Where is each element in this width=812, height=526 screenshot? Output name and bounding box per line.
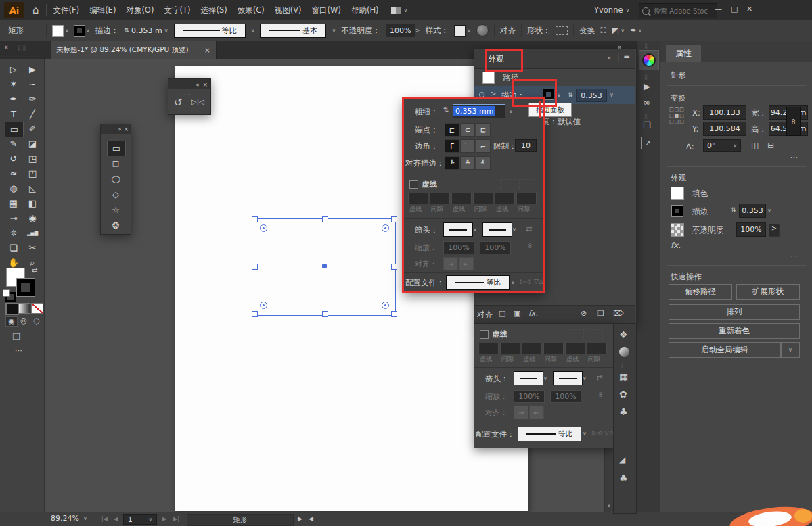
type-tool[interactable]: T [5,107,22,121]
document-tab[interactable]: 未标题-1* @ 89.24% (CMYK/GPU 预览) × [51,41,217,59]
variable-width-profile[interactable]: 等比 [174,24,246,38]
chevron-down-icon[interactable]: ∨ [767,208,771,214]
chevron-down-icon[interactable]: ∨ [557,92,561,98]
swap-arrowheads-icon[interactable]: ⇄ [526,224,532,233]
swap-arrowheads-icon[interactable]: ⇄ [596,373,602,382]
expand-icon[interactable]: » [118,126,121,133]
chevron-down-icon[interactable]: ∨ [583,431,587,437]
symbols-icon[interactable]: ♣ [619,406,628,417]
eraser-tool[interactable]: ◪ [24,137,41,151]
curvature-tool[interactable]: ✑ [24,92,41,106]
center-point[interactable] [322,264,327,268]
flare-tool-item[interactable]: ❂ [107,218,125,233]
style-control[interactable]: ∨ [454,25,471,37]
shape-label[interactable]: 形状： [527,26,551,36]
menu-view[interactable]: 视图(V) [275,5,302,16]
artboard-tool[interactable]: ❏ [5,241,22,255]
mini-panel-header[interactable]: « × [168,79,210,89]
graphic-styles-icon[interactable]: ◢ [619,455,625,464]
handle-n[interactable] [322,216,328,222]
stroke-width-input[interactable]: 0.353 [739,204,766,218]
expand-row-icon[interactable]: > [491,90,496,97]
paintbrush-tool[interactable]: ✐ [24,122,41,136]
width-tool[interactable]: ≈ [5,166,22,181]
status-expand-icon[interactable]: ▶ [298,515,302,522]
default-swatches-icon[interactable] [3,289,10,297]
star-tool-item[interactable]: ☆ [107,203,125,217]
menu-window[interactable]: 窗口(W) [312,5,341,16]
close-icon[interactable]: × [202,81,208,88]
rounded-rectangle-tool-item[interactable]: ◻ [107,156,125,170]
dashed-checkbox[interactable] [480,330,489,339]
fill-color-control[interactable]: ∨ [52,25,69,37]
new-effect-icon[interactable]: fx. [528,309,538,318]
cap-projecting-button[interactable]: ⊑ [476,123,491,137]
blend-tool[interactable]: ◉ [24,211,41,225]
prev-artboard-icon[interactable]: ◀ [114,516,118,522]
status-collapse-icon[interactable]: ◀ [309,515,313,522]
reflect-icon[interactable]: ▷|◁ [191,98,204,105]
swap-fill-stroke-icon[interactable]: ⇄ [32,266,37,274]
select-similar-control[interactable]: ◩ ∨ [612,26,625,35]
x-input[interactable]: 100.133 [703,105,746,120]
chevron-down-icon[interactable]: ∨ [583,375,587,381]
opacity-options-icon[interactable]: > [769,224,780,237]
chevron-down-icon[interactable]: ∨ [543,375,547,381]
arrowhead-start-dropdown[interactable] [514,371,543,385]
swatches-icon[interactable]: ❖ [619,329,628,340]
opacity-link[interactable]: 不透明度 [692,225,723,235]
visibility-eye-icon[interactable]: ⊙ [478,90,485,99]
profile-dropdown[interactable]: 等比 [446,275,510,290]
stepper-icon[interactable]: ⇅ [443,106,449,114]
cap-round-button[interactable]: ⊂ [460,123,475,137]
handle-nw[interactable] [252,216,258,222]
close-button[interactable]: ✕ [746,5,752,14]
menu-type[interactable]: 文字(T) [164,5,190,16]
align-dash-icon[interactable] [587,329,603,339]
menu-effect[interactable]: 效果(C) [238,5,265,16]
opacity-label[interactable]: 不透明度： [341,26,380,36]
handle-sw[interactable] [252,311,258,317]
free-distort-icon[interactable]: ⛶ [600,26,606,35]
flip-across-icon[interactable]: ▽△ [534,278,543,285]
global-edit-button[interactable]: 启动全局编辑 [669,342,781,358]
new-fill-icon[interactable]: ▣ [514,309,520,318]
align-link[interactable]: 对齐 [500,26,516,36]
stroke-weight-value[interactable]: 0.353 m [129,24,164,37]
duplicate-item-icon[interactable]: ❏ [597,309,604,318]
dashed-label[interactable]: 虚线 [492,329,508,339]
collapse-toolbar-icon[interactable]: « [4,43,8,51]
stepper-icon[interactable]: ⇅ [124,27,129,34]
shape-builder-tool[interactable]: ◍ [5,181,22,195]
stepper-icon[interactable]: ⇅ [568,91,573,98]
brushes-icon[interactable]: ✿ [619,389,627,400]
arrange-button[interactable]: 排列 [669,304,800,320]
rectangle-tool[interactable]: ▭ [5,122,24,137]
user-menu[interactable]: Yvonne ∨ [594,0,629,20]
opacity-input[interactable]: 100% [736,222,766,237]
corner-widget-se[interactable] [382,302,389,309]
collapse-icon[interactable]: « [196,81,200,88]
links-icon[interactable]: ∞ [643,97,650,107]
menu-edit[interactable]: 编辑(E) [89,5,116,16]
arrowhead-start-dropdown[interactable] [443,222,473,237]
handle-s[interactable] [322,311,328,317]
gradient-tool[interactable]: ◧ [24,196,41,210]
cap-butt-button[interactable]: ⊏ [445,123,459,137]
appearance-more-icon[interactable]: ⋯ [790,252,798,260]
actions-icon[interactable]: ▶ [644,81,650,91]
workspace-switcher[interactable]: ∨ [391,7,408,14]
chevron-down-icon[interactable]: ∨ [511,279,515,285]
rectangle-tool-item[interactable]: ▭ [107,141,126,156]
close-icon[interactable]: × [124,126,129,133]
opacity-value[interactable]: 100% [386,24,415,37]
expand-shape-button[interactable]: 扩展形状 [736,284,800,300]
maximize-button[interactable]: □ [731,5,738,14]
stroke-proxy-swatch[interactable] [17,279,35,296]
polygon-tool-item[interactable]: ◇ [107,187,125,201]
stroke-link[interactable]: 描边 [692,206,708,216]
chevron-down-icon[interactable]: ∨ [610,92,614,98]
rotate-icon[interactable]: ↺ [174,97,183,109]
stock-search[interactable] [639,3,717,18]
handle-se[interactable] [391,311,397,317]
